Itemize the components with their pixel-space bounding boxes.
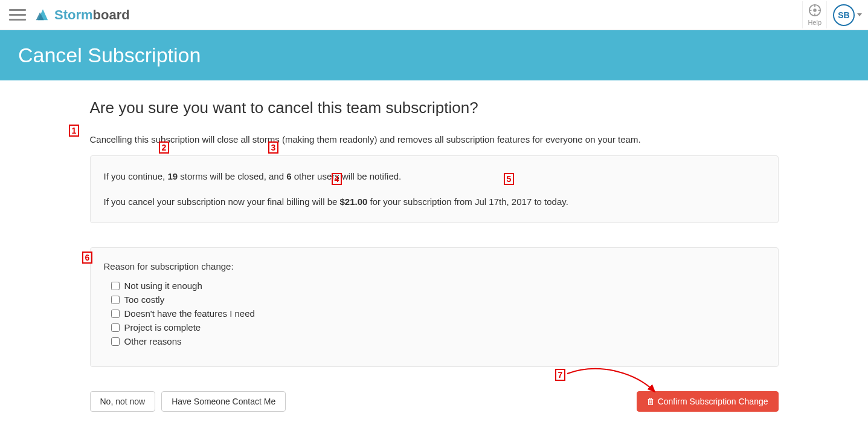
button-row: No, not now Have Someone Contact Me Conf… (90, 391, 779, 412)
info-box: If you continue, 19 storms will be close… (90, 155, 779, 223)
stormboard-logo-icon (35, 7, 51, 23)
chevron-down-icon (857, 13, 862, 16)
annotation-marker-7: 7 (555, 369, 566, 381)
menu-icon[interactable] (9, 7, 26, 24)
users-count: 6 (286, 171, 291, 181)
reason-item: Not using it enough (111, 279, 765, 293)
reason-checkbox-features[interactable] (111, 310, 120, 318)
contact-me-button[interactable]: Have Someone Contact Me (161, 391, 286, 412)
reason-list: Not using it enough Too costly Doesn't h… (104, 279, 765, 348)
logo-text: Stormboard (54, 7, 130, 23)
reason-label: Other reasons (124, 336, 182, 346)
reason-box: Reason for subscription change: Not usin… (90, 247, 779, 367)
reason-label: Not using it enough (124, 281, 202, 291)
final-amount: $21.00 (340, 196, 368, 207)
help-button[interactable]: Help (802, 1, 827, 28)
trash-icon (647, 397, 654, 406)
reason-checkbox-other[interactable] (111, 337, 120, 346)
reason-item: Other reasons (111, 334, 765, 348)
reason-label: Doesn't have the features I need (124, 308, 255, 319)
avatar: SB (833, 4, 855, 26)
page-banner: Cancel Subscription (0, 30, 868, 80)
logo[interactable]: Stormboard (35, 7, 130, 23)
page-title: Are you sure you want to cancel this tea… (90, 99, 779, 117)
info-line-2: If you cancel your subscription now your… (104, 195, 765, 209)
reason-label: Too costly (124, 294, 165, 305)
topbar: Stormboard Help SB (0, 0, 868, 30)
reason-checkbox-not-using[interactable] (111, 282, 120, 290)
reason-label: Project is complete (124, 322, 201, 333)
confirm-subscription-change-button[interactable]: Confirm Subscription Change (637, 391, 779, 412)
help-label: Help (808, 19, 821, 26)
confirm-button-label: Confirm Subscription Change (658, 397, 768, 406)
from-date: Jul 17th, 2017 (475, 196, 532, 207)
reason-checkbox-costly[interactable] (111, 296, 120, 304)
storms-count: 19 (167, 171, 178, 181)
svg-point-1 (813, 8, 817, 12)
main-content: Are you sure you want to cancel this tea… (81, 80, 788, 422)
user-menu[interactable]: SB (833, 4, 862, 26)
reason-checkbox-complete[interactable] (111, 323, 120, 332)
banner-title: Cancel Subscription (18, 44, 850, 67)
info-line-1: If you continue, 19 storms will be close… (104, 169, 765, 184)
reason-item: Project is complete (111, 320, 765, 334)
reason-heading: Reason for subscription change: (104, 261, 765, 271)
help-icon (808, 4, 821, 19)
no-not-now-button[interactable]: No, not now (90, 391, 156, 412)
annotation-marker-1: 1 (69, 125, 80, 137)
reason-item: Too costly (111, 293, 765, 307)
reason-item: Doesn't have the features I need (111, 307, 765, 320)
cancel-warning: Cancelling this subscription will close … (90, 134, 779, 144)
